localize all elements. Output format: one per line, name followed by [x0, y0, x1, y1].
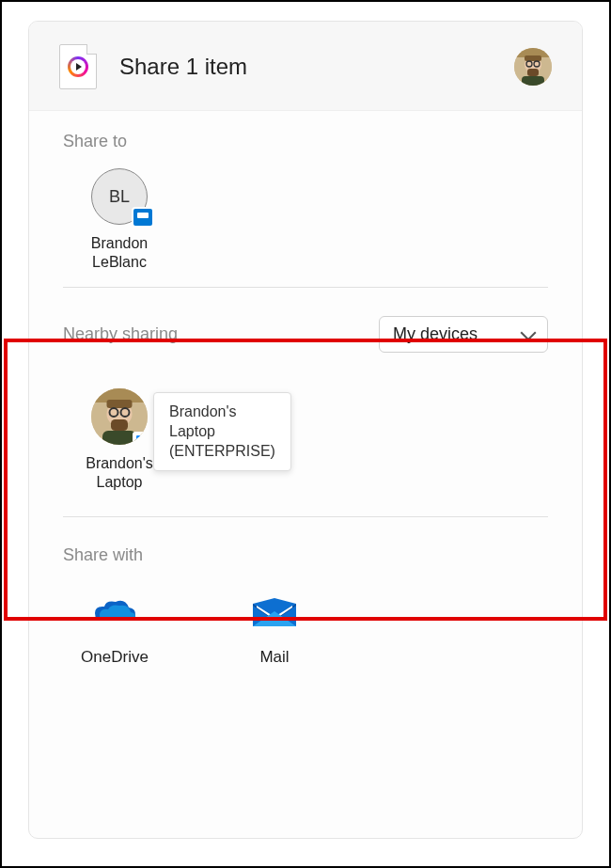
share-with-title: Share with — [63, 545, 548, 565]
svg-rect-3 — [525, 55, 541, 61]
nearby-scope-dropdown[interactable]: My devices — [379, 316, 548, 353]
device-tooltip: Brandon's Laptop (ENTERPRISE) — [153, 392, 291, 471]
account-avatar[interactable] — [514, 48, 552, 86]
svg-rect-11 — [107, 400, 133, 408]
contact-initials: BL — [109, 187, 130, 207]
divider — [63, 287, 548, 288]
svg-rect-4 — [527, 69, 539, 76]
share-to-section: Share to BL Brandon LeBlanc — [29, 111, 582, 279]
chevron-down-icon — [521, 324, 537, 340]
app-label: Mail — [259, 648, 289, 667]
outlook-badge-icon — [132, 207, 154, 228]
share-panel: Share 1 item Share to BL Brandon LeBlanc — [28, 21, 583, 839]
dropdown-label: My devices — [393, 324, 478, 344]
share-title: Share 1 item — [119, 54, 514, 80]
svg-rect-7 — [522, 76, 544, 86]
contact-name: Brandon LeBlanc — [63, 234, 176, 272]
mail-icon — [251, 590, 298, 637]
file-media-icon — [59, 44, 97, 89]
nearby-sharing-title: Nearby sharing — [63, 324, 178, 344]
app-label: OneDrive — [81, 648, 149, 667]
share-to-title: Share to — [63, 132, 548, 151]
share-header: Share 1 item — [29, 22, 582, 111]
onedrive-icon — [91, 590, 138, 637]
contact-avatar: BL — [91, 168, 148, 225]
share-with-section: Share with OneDrive — [29, 525, 582, 674]
contact-brandon-leblanc[interactable]: BL Brandon LeBlanc — [63, 168, 176, 272]
app-onedrive[interactable]: OneDrive — [63, 590, 166, 667]
app-mail[interactable]: Mail — [223, 590, 326, 667]
divider — [63, 516, 548, 517]
svg-rect-15 — [102, 431, 136, 445]
nearby-sharing-section: Nearby sharing My devices — [29, 295, 582, 509]
device-avatar — [91, 388, 148, 445]
svg-rect-12 — [111, 419, 128, 431]
laptop-icon — [133, 432, 148, 445]
device-brandons-laptop[interactable]: Brandon's Laptop Brandon's Laptop (ENTER… — [63, 388, 176, 492]
